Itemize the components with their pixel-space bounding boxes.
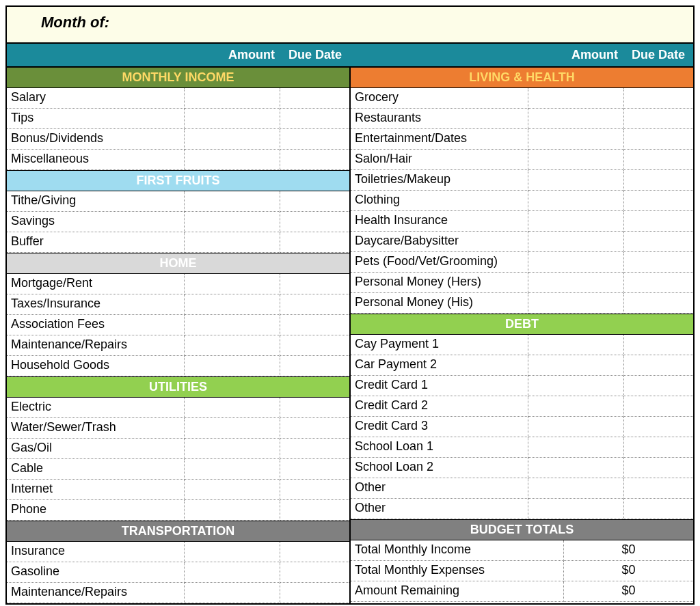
- amount-cell[interactable]: [185, 274, 280, 294]
- budget-row: Other: [351, 499, 693, 519]
- due-date-cell[interactable]: [280, 562, 349, 583]
- amount-cell[interactable]: [528, 376, 624, 396]
- budget-row: Credit Card 3: [351, 417, 693, 437]
- budget-row: Credit Card 2: [351, 396, 693, 417]
- due-date-cell[interactable]: [624, 150, 693, 170]
- amount-cell[interactable]: [185, 294, 280, 315]
- amount-cell[interactable]: [185, 562, 280, 583]
- amount-cell[interactable]: [528, 355, 624, 376]
- amount-cell[interactable]: [185, 150, 280, 170]
- amount-cell[interactable]: [528, 252, 624, 273]
- row-label: Salon/Hair: [351, 150, 528, 170]
- due-date-cell[interactable]: [624, 88, 693, 109]
- budget-row: Buffer: [7, 232, 349, 253]
- due-date-cell[interactable]: [624, 437, 693, 458]
- due-date-cell[interactable]: [280, 480, 349, 500]
- amount-cell[interactable]: [528, 170, 624, 191]
- amount-cell[interactable]: [528, 437, 624, 458]
- row-label: Cay Payment 1: [351, 335, 528, 355]
- amount-cell[interactable]: [185, 480, 280, 500]
- due-date-cell[interactable]: [624, 252, 693, 273]
- budget-row: Electric: [7, 398, 349, 418]
- due-date-cell[interactable]: [280, 356, 349, 376]
- due-date-cell[interactable]: [280, 315, 349, 335]
- amount-cell[interactable]: [528, 109, 624, 129]
- row-label: Maintenance/Repairs: [7, 335, 185, 356]
- amount-cell[interactable]: [528, 335, 624, 355]
- due-date-cell[interactable]: [624, 376, 693, 396]
- amount-cell[interactable]: [185, 542, 280, 562]
- due-date-cell[interactable]: [280, 191, 349, 212]
- amount-cell[interactable]: [528, 129, 624, 150]
- section-header: MONTHLY INCOME: [7, 68, 349, 88]
- due-date-cell[interactable]: [280, 232, 349, 253]
- due-date-cell[interactable]: [624, 355, 693, 376]
- amount-cell[interactable]: [528, 232, 624, 252]
- amount-cell[interactable]: [528, 293, 624, 314]
- amount-cell[interactable]: [528, 396, 624, 417]
- row-label: Gasoline: [7, 562, 185, 583]
- amount-cell[interactable]: [185, 356, 280, 376]
- amount-cell[interactable]: [185, 500, 280, 521]
- due-date-cell[interactable]: [624, 417, 693, 437]
- amount-cell[interactable]: [528, 150, 624, 170]
- amount-cell[interactable]: [185, 109, 280, 129]
- due-date-cell[interactable]: [280, 274, 349, 294]
- due-date-cell[interactable]: [280, 542, 349, 562]
- amount-cell[interactable]: [528, 478, 624, 499]
- due-date-cell[interactable]: [280, 335, 349, 356]
- amount-cell[interactable]: [185, 398, 280, 418]
- due-date-cell[interactable]: [624, 109, 693, 129]
- due-date-cell[interactable]: [624, 335, 693, 355]
- amount-cell[interactable]: [528, 88, 624, 109]
- due-date-cell[interactable]: [624, 232, 693, 252]
- budget-row: Cable: [7, 459, 349, 480]
- amount-cell[interactable]: [528, 458, 624, 478]
- section-header: TRANSPORTATION: [7, 521, 349, 542]
- amount-cell[interactable]: [528, 191, 624, 211]
- col-header-amount-right: Amount: [528, 44, 623, 66]
- amount-cell[interactable]: [185, 232, 280, 253]
- amount-cell[interactable]: [185, 315, 280, 335]
- amount-cell[interactable]: [528, 499, 624, 519]
- due-date-cell[interactable]: [280, 500, 349, 521]
- due-date-cell[interactable]: [624, 478, 693, 499]
- amount-cell[interactable]: [185, 129, 280, 150]
- amount-cell[interactable]: [185, 88, 280, 109]
- amount-cell[interactable]: [185, 335, 280, 356]
- due-date-cell[interactable]: [280, 88, 349, 109]
- amount-cell[interactable]: [528, 273, 624, 293]
- due-date-cell[interactable]: [280, 212, 349, 232]
- due-date-cell[interactable]: [624, 293, 693, 314]
- budget-row: Gas/Oil: [7, 439, 349, 459]
- budget-row: Car Payment 2: [351, 355, 693, 376]
- due-date-cell[interactable]: [624, 458, 693, 478]
- due-date-cell[interactable]: [280, 294, 349, 315]
- budget-row: Salary: [7, 88, 349, 109]
- due-date-cell[interactable]: [624, 191, 693, 211]
- amount-cell[interactable]: [528, 211, 624, 232]
- due-date-cell[interactable]: [280, 398, 349, 418]
- due-date-cell[interactable]: [624, 211, 693, 232]
- amount-cell[interactable]: [185, 191, 280, 212]
- due-date-cell[interactable]: [280, 109, 349, 129]
- amount-cell[interactable]: [185, 212, 280, 232]
- amount-cell[interactable]: [185, 418, 280, 439]
- due-date-cell[interactable]: [624, 499, 693, 519]
- amount-cell[interactable]: [185, 459, 280, 480]
- due-date-cell[interactable]: [280, 129, 349, 150]
- row-label: Mortgage/Rent: [7, 274, 185, 294]
- due-date-cell[interactable]: [280, 418, 349, 439]
- due-date-cell[interactable]: [280, 439, 349, 459]
- due-date-cell[interactable]: [280, 459, 349, 480]
- amount-cell[interactable]: [185, 583, 280, 603]
- amount-cell[interactable]: [528, 417, 624, 437]
- due-date-cell[interactable]: [624, 170, 693, 191]
- due-date-cell[interactable]: [280, 150, 349, 170]
- amount-cell[interactable]: [185, 439, 280, 459]
- due-date-cell[interactable]: [280, 583, 349, 603]
- due-date-cell[interactable]: [624, 129, 693, 150]
- due-date-cell[interactable]: [624, 273, 693, 293]
- due-date-cell[interactable]: [624, 396, 693, 417]
- budget-row: Restaurants: [351, 109, 693, 129]
